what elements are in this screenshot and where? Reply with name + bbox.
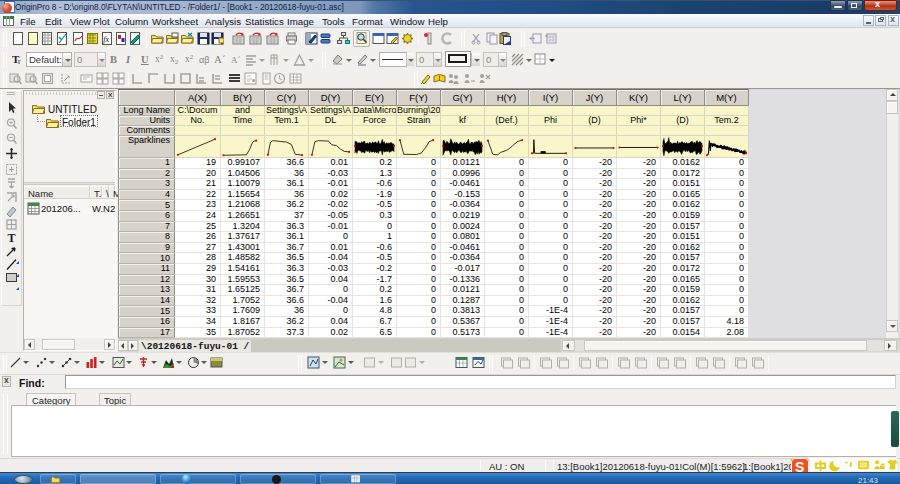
svg-text:T: T xyxy=(8,231,16,244)
svg-text:r: r xyxy=(18,57,21,66)
svg-text:fx: fx xyxy=(103,35,109,44)
